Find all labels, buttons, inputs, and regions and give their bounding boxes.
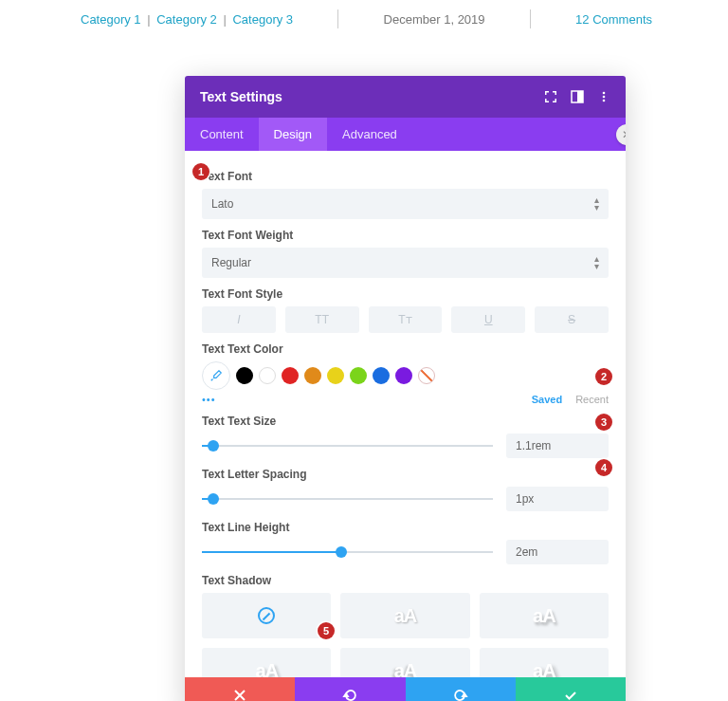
shadow-sample: aA <box>394 605 417 627</box>
shadow-presets: aA aA aA aA aA <box>202 593 609 677</box>
select-text-font[interactable]: Lato ▴▾ <box>202 189 609 219</box>
shadow-preset-3[interactable]: aA <box>202 648 331 677</box>
shadow-preset-1[interactable]: aA <box>340 593 469 638</box>
post-date: December 1, 2019 <box>384 12 485 27</box>
text-settings-panel: Text Settings Content Design Advanced ✕ … <box>185 76 626 701</box>
style-strike[interactable]: S <box>535 306 609 333</box>
close-icon <box>232 688 247 701</box>
shadow-sample: aA <box>394 660 417 678</box>
label-letter-spacing: Text Letter Spacing <box>202 468 609 481</box>
swatch-purple[interactable] <box>395 367 412 384</box>
divider <box>337 9 338 28</box>
cancel-button[interactable] <box>185 677 295 701</box>
category-link-1[interactable]: Category 1 <box>81 12 141 27</box>
chevron-updown-icon: ▴▾ <box>594 196 599 212</box>
tab-saved-colors[interactable]: Saved <box>532 394 562 405</box>
save-button[interactable] <box>516 677 626 701</box>
annotation-badge-4: 4 <box>595 459 612 476</box>
shadow-none[interactable] <box>202 593 331 638</box>
divider <box>530 9 531 28</box>
label-text-shadow: Text Shadow <box>202 574 609 587</box>
eyedropper-icon[interactable] <box>202 361 230 390</box>
tab-advanced[interactable]: Advanced <box>327 118 412 151</box>
separator: | <box>147 12 150 27</box>
select-value: Lato <box>211 197 233 211</box>
input-text-size[interactable]: 1.1rem <box>506 434 609 458</box>
label-font-style: Text Font Style <box>202 287 609 301</box>
expand-icon[interactable] <box>544 90 557 103</box>
input-letter-spacing[interactable]: 1px <box>506 487 609 511</box>
annotation-badge-3: 3 <box>595 414 612 431</box>
svg-rect-1 <box>577 91 583 102</box>
category-link-2[interactable]: Category 2 <box>156 12 217 27</box>
style-smallcaps[interactable]: Tᴛ <box>369 306 443 333</box>
swatch-blue[interactable] <box>373 367 390 384</box>
label-text-size: Text Text Size <box>202 415 609 428</box>
label-text-font: Text Font <box>202 170 609 183</box>
undo-button[interactable] <box>295 677 405 701</box>
shadow-preset-2[interactable]: aA <box>480 593 609 638</box>
shadow-preset-5[interactable]: aA <box>480 648 609 677</box>
panel-title: Text Settings <box>200 89 282 104</box>
swatch-green[interactable] <box>350 367 367 384</box>
panel-footer <box>185 677 626 701</box>
shadow-sample: aA <box>255 660 278 678</box>
color-footer: ••• Saved Recent <box>202 394 609 405</box>
snap-icon[interactable] <box>571 90 584 103</box>
close-icon[interactable]: ✕ <box>616 124 626 145</box>
swatch-yellow[interactable] <box>327 367 344 384</box>
style-uppercase[interactable]: TT <box>285 306 359 333</box>
category-breadcrumb: Category 1 | Category 2 | Category 3 <box>81 12 293 27</box>
svg-point-3 <box>603 96 606 99</box>
color-swatches <box>202 361 609 390</box>
swatch-black[interactable] <box>236 367 253 384</box>
select-value: Regular <box>211 256 251 269</box>
swatch-transparent[interactable] <box>418 367 435 384</box>
annotation-badge-5: 5 <box>318 622 335 639</box>
page-meta-bar: Category 1 | Category 2 | Category 3 Dec… <box>0 0 728 38</box>
panel-body: Text Font Lato ▴▾ Text Font Weight Regul… <box>185 151 626 677</box>
undo-icon <box>342 688 357 701</box>
slider-line-height[interactable] <box>202 543 493 562</box>
shadow-sample: aA <box>533 660 555 678</box>
check-icon <box>563 688 578 701</box>
slider-text-size[interactable] <box>202 436 493 455</box>
style-underline[interactable]: U <box>451 306 525 333</box>
more-icon[interactable] <box>597 90 610 103</box>
redo-button[interactable] <box>406 677 516 701</box>
select-font-weight[interactable]: Regular ▴▾ <box>202 248 609 278</box>
swatch-orange[interactable] <box>304 367 321 384</box>
tab-recent-colors[interactable]: Recent <box>575 394 609 405</box>
none-icon <box>258 607 275 624</box>
svg-point-2 <box>603 92 606 95</box>
label-font-weight: Text Font Weight <box>202 229 609 242</box>
redo-icon <box>453 688 468 701</box>
label-line-height: Text Line Height <box>202 521 609 534</box>
swatch-red[interactable] <box>282 367 299 384</box>
tab-content[interactable]: Content <box>185 118 259 151</box>
tab-design[interactable]: Design <box>259 118 327 151</box>
category-link-3[interactable]: Category 3 <box>232 12 293 27</box>
swatch-white[interactable] <box>259 367 276 384</box>
font-style-toggles: I TT Tᴛ U S <box>202 306 609 333</box>
input-line-height[interactable]: 2em <box>506 540 609 564</box>
annotation-badge-1: 1 <box>192 163 209 180</box>
style-italic[interactable]: I <box>202 306 276 333</box>
slider-letter-spacing[interactable] <box>202 489 493 508</box>
annotation-badge-2: 2 <box>595 368 612 385</box>
more-colors-icon[interactable]: ••• <box>202 394 216 405</box>
panel-header: Text Settings <box>185 76 626 118</box>
svg-point-4 <box>603 100 606 102</box>
comments-link[interactable]: 12 Comments <box>575 12 652 27</box>
shadow-sample: aA <box>533 605 555 627</box>
chevron-updown-icon: ▴▾ <box>594 255 599 270</box>
separator: | <box>223 12 226 27</box>
label-text-color: Text Text Color <box>202 342 609 356</box>
panel-tabs: Content Design Advanced ✕ <box>185 118 626 151</box>
shadow-preset-4[interactable]: aA <box>340 648 469 677</box>
